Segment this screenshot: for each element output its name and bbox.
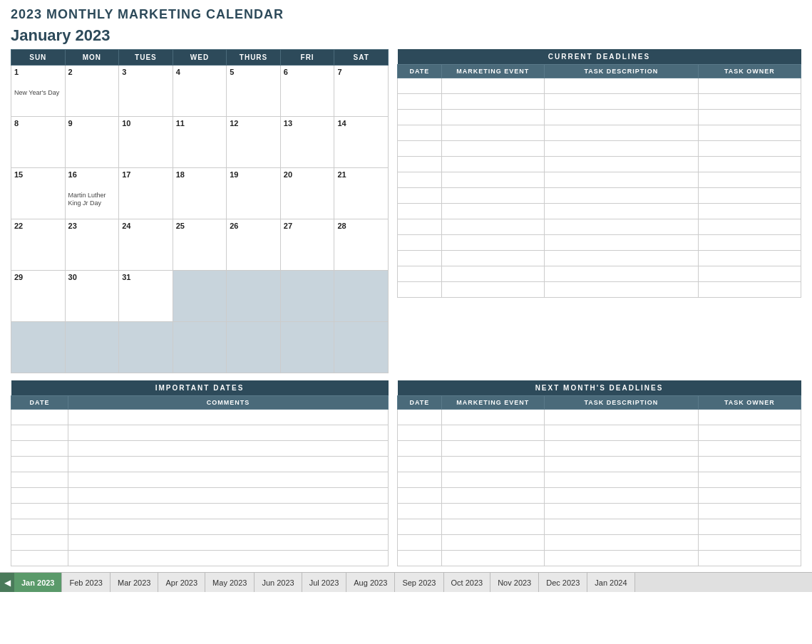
tab-feb-2023[interactable]: Feb 2023 <box>62 573 110 593</box>
day-number: 13 <box>284 119 292 128</box>
day-number: 11 <box>176 119 185 128</box>
calendar-day-cell <box>173 322 227 373</box>
deadline-cell <box>398 110 442 125</box>
next-month-cell <box>698 519 801 535</box>
table-row <box>398 94 801 110</box>
day-number: 7 <box>337 68 341 76</box>
important-dates-header: IMPORTANT DATES <box>11 380 389 396</box>
next-month-cell <box>441 425 544 441</box>
main-container: 2023 MONTHLY MARKETING CALENDAR January … <box>0 0 812 566</box>
deadline-cell <box>398 141 442 157</box>
tab-mar-2023[interactable]: Mar 2023 <box>111 573 158 593</box>
important-dates-cell <box>68 488 389 504</box>
deadline-cell <box>398 157 442 172</box>
day-number: 30 <box>68 273 77 281</box>
next-month-cell <box>544 504 698 519</box>
table-row <box>398 488 801 504</box>
calendar-day-cell: 10 <box>119 117 173 168</box>
deadline-cell <box>698 110 801 125</box>
deadline-cell <box>544 78 698 94</box>
table-row <box>11 472 389 488</box>
important-dates-cell <box>68 519 389 535</box>
next-month-cell <box>698 457 801 472</box>
calendar-day-cell <box>173 271 227 322</box>
table-row <box>11 457 389 472</box>
deadline-cell <box>544 188 698 204</box>
tab-prev-arrow[interactable]: ◀ <box>0 573 14 593</box>
deadline-cell <box>398 172 442 188</box>
important-dates-cell <box>68 535 389 551</box>
day-number: 28 <box>337 222 346 230</box>
page-title: 2023 MONTHLY MARKETING CALENDAR <box>11 7 801 22</box>
tab-nov-2023[interactable]: Nov 2023 <box>490 573 539 593</box>
deadline-cell <box>398 235 442 251</box>
table-row <box>398 519 801 535</box>
table-row <box>11 425 389 441</box>
calendar-day-cell: 30 <box>65 271 119 322</box>
tab-apr-2023[interactable]: Apr 2023 <box>158 573 205 593</box>
tab-jun-2023[interactable]: Jun 2023 <box>255 573 302 593</box>
day-number: 3 <box>122 68 126 76</box>
deadline-cell <box>398 125 442 141</box>
deadline-cell <box>698 219 801 235</box>
calendar-day-cell: 22 <box>11 219 66 271</box>
tab-sep-2023[interactable]: Sep 2023 <box>395 573 443 593</box>
next-month-cell <box>698 551 801 566</box>
deadline-cell <box>544 204 698 219</box>
tab-may-2023[interactable]: May 2023 <box>205 573 255 593</box>
important-dates-cell <box>11 425 68 441</box>
next-month-cell <box>441 472 544 488</box>
table-row <box>398 282 801 298</box>
tab-aug-2023[interactable]: Aug 2023 <box>346 573 395 593</box>
deadline-cell <box>441 204 544 219</box>
table-row <box>11 535 389 551</box>
next-month-cell <box>544 425 698 441</box>
important-dates-cell <box>11 441 68 457</box>
deadline-cell <box>398 219 442 235</box>
important-dates-cell <box>11 519 68 535</box>
next-month-cell <box>698 472 801 488</box>
table-row <box>398 172 801 188</box>
next-month-cell <box>544 551 698 566</box>
day-number: 10 <box>122 119 130 128</box>
tab-jan-2024[interactable]: Jan 2024 <box>587 573 634 593</box>
deadline-cell <box>441 94 544 110</box>
calendar-day-cell <box>227 322 281 373</box>
deadline-cell <box>544 219 698 235</box>
calendar-day-cell: 14 <box>334 117 389 168</box>
important-dates-table: IMPORTANT DATES DATECOMMENTS <box>11 380 389 566</box>
day-number: 2 <box>68 68 73 76</box>
calendar-week-row: 891011121314 <box>11 117 389 168</box>
next-month-col-date: DATE <box>398 396 442 410</box>
calendar-day-cell: 17 <box>119 168 173 219</box>
next-month-cell <box>398 472 442 488</box>
deadline-cell <box>698 125 801 141</box>
next-month-cell <box>544 472 698 488</box>
calendar-day-cell: 4 <box>173 66 227 117</box>
tab-jan-2023[interactable]: Jan 2023 <box>14 573 62 593</box>
important-dates-cell <box>68 441 389 457</box>
important-dates-body <box>11 410 389 566</box>
deadline-cell <box>398 78 442 94</box>
table-row <box>398 188 801 204</box>
tab-dec-2023[interactable]: Dec 2023 <box>539 573 587 593</box>
calendar-day-cell: 5 <box>227 66 281 117</box>
next-month-col-task-description: TASK DESCRIPTION <box>544 396 698 410</box>
important-dates-cell <box>68 457 389 472</box>
next-month-cell <box>398 457 442 472</box>
tab-oct-2023[interactable]: Oct 2023 <box>444 573 491 593</box>
day-number: 6 <box>284 68 288 76</box>
tab-jul-2023[interactable]: Jul 2023 <box>302 573 347 593</box>
next-month-cell <box>544 488 698 504</box>
calendar-day-cell: 28 <box>334 219 389 271</box>
important-dates-cell <box>68 551 389 566</box>
day-number: 8 <box>14 119 19 128</box>
day-number: 16 <box>68 170 77 179</box>
calendar-day-cell: 21 <box>334 168 389 219</box>
calendar-week-row: 293031 <box>11 271 389 322</box>
calendar-day-cell: 25 <box>173 219 227 271</box>
current-deadlines-col-marketing-event: MARKETING EVENT <box>441 65 544 78</box>
deadline-cell <box>441 266 544 282</box>
next-month-cell <box>698 425 801 441</box>
next-month-col-headers: DATEMARKETING EVENTTASK DESCRIPTIONTASK … <box>398 396 801 410</box>
